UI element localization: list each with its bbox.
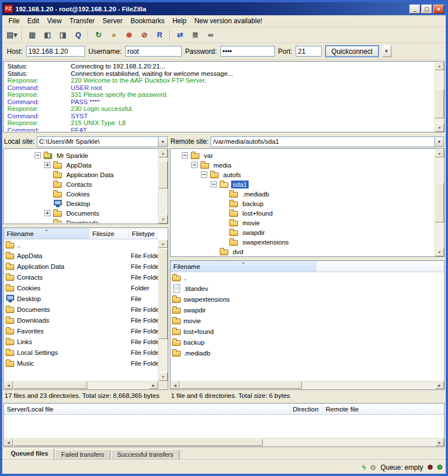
file-row[interactable]: Contacts File Folder — [4, 272, 158, 282]
scroll-thumb[interactable] — [14, 381, 87, 389]
queue-tab[interactable]: Failed transfers — [55, 449, 110, 460]
quickconnect-button[interactable]: Quickconnect — [325, 45, 379, 57]
column-header-filetype[interactable]: Filetype — [129, 228, 158, 239]
file-row[interactable]: lost+found — [170, 326, 444, 337]
file-row[interactable]: swapdir — [170, 305, 444, 315]
column-header-filename[interactable]: Filename — [170, 261, 317, 272]
menu-edit[interactable]: Edit — [23, 16, 43, 26]
file-row[interactable]: backup — [170, 337, 444, 348]
scroll-left-icon[interactable] — [170, 381, 180, 389]
chevron-down-icon[interactable]: ▼ — [434, 137, 443, 147]
remote-site-combobox[interactable]: /var/media/autofs/sda1 ▼ — [211, 136, 444, 147]
tree-item[interactable]: Desktop — [5, 199, 157, 208]
scroll-down-icon[interactable] — [159, 215, 168, 224]
tree-item[interactable]: autofs — [171, 170, 434, 179]
tree-expander[interactable] — [191, 162, 198, 168]
column-header-filesize[interactable]: Filesize — [89, 228, 129, 239]
file-row[interactable]: .titandev — [170, 283, 444, 294]
file-row[interactable]: .mediadb — [170, 348, 444, 358]
port-input[interactable] — [296, 46, 322, 57]
scroll-right-icon[interactable] — [435, 439, 444, 446]
tree-item[interactable]: sda1 — [171, 179, 434, 189]
remote-tree-vertical-scrollbar[interactable] — [434, 149, 444, 256]
scroll-up-icon[interactable] — [435, 149, 444, 157]
file-row[interactable]: .. — [4, 239, 158, 250]
process-queue-button[interactable]: » — [106, 28, 121, 41]
tree-expander[interactable] — [35, 152, 41, 158]
cancel-button[interactable]: ⊗ — [122, 28, 136, 41]
disconnect-button[interactable]: ⊘ — [137, 28, 152, 41]
file-row[interactable]: Music File Folder — [4, 358, 158, 368]
scroll-left-icon[interactable] — [4, 381, 13, 389]
scroll-right-icon[interactable] — [149, 381, 158, 389]
local-site-combobox[interactable]: C:\Users\Mr Sparkle\ ▼ — [37, 136, 168, 147]
tree-item[interactable]: Cookies — [5, 189, 157, 199]
scroll-thumb[interactable] — [435, 183, 444, 222]
tree-item[interactable]: backup — [171, 199, 434, 208]
tree-expander[interactable] — [182, 152, 188, 158]
remote-list-horizontal-scrollbar[interactable] — [170, 381, 444, 389]
file-row[interactable]: Links File Folder — [4, 336, 158, 347]
scroll-thumb[interactable] — [159, 248, 168, 339]
local-site-path[interactable]: C:\Users\Mr Sparkle\ — [37, 138, 158, 145]
password-input[interactable] — [220, 46, 275, 57]
queue-tab[interactable]: Queued files — [5, 448, 54, 460]
tree-item[interactable]: dvd — [171, 247, 434, 256]
find-button[interactable]: ∞ — [203, 28, 218, 41]
maximize-button[interactable]: □ — [421, 5, 432, 14]
quickconnect-dropdown-icon[interactable]: ▼ — [382, 45, 391, 57]
menu-bookmarks[interactable]: Bookmarks — [126, 16, 168, 26]
scroll-thumb[interactable] — [180, 381, 302, 389]
file-row[interactable]: Favorites File Folder — [4, 325, 158, 336]
menu-server[interactable]: Server — [99, 16, 126, 26]
column-header-direction[interactable]: Direction — [290, 404, 323, 414]
tree-item[interactable]: var — [171, 151, 434, 160]
synchronized-browsing-button[interactable]: ≣ — [188, 28, 203, 41]
scroll-left-icon[interactable] — [4, 439, 13, 446]
chevron-down-icon[interactable]: ▼ — [158, 137, 167, 147]
host-input[interactable] — [26, 46, 85, 57]
refresh-button[interactable]: ↻ — [91, 28, 106, 41]
menu-help[interactable]: Help — [168, 16, 190, 26]
queue-horizontal-scrollbar[interactable] — [4, 438, 444, 447]
menu-new-version[interactable]: New version available! — [190, 16, 266, 26]
local-tree-vertical-scrollbar[interactable] — [158, 149, 168, 224]
local-list-vertical-scrollbar[interactable] — [158, 239, 168, 381]
scroll-right-icon[interactable] — [435, 381, 444, 389]
tree-expander[interactable] — [44, 210, 50, 216]
toggle-queue-button[interactable]: Q — [71, 28, 86, 41]
column-header-server-local-file[interactable]: Server/Local file — [4, 404, 290, 414]
toggle-local-tree-button[interactable]: ◧ — [40, 28, 55, 41]
menu-file[interactable]: File — [5, 16, 23, 26]
file-row[interactable]: Cookies Folder — [4, 282, 158, 293]
scroll-down-icon[interactable] — [435, 123, 444, 132]
file-row[interactable]: swapextensions — [170, 294, 444, 305]
file-row[interactable]: movie — [170, 315, 444, 326]
queue-tab[interactable]: Successful transfers — [111, 449, 180, 460]
minimize-button[interactable]: _ — [409, 5, 420, 14]
toggle-message-log-button[interactable]: ▥ — [25, 28, 40, 41]
scroll-up-icon[interactable] — [159, 239, 168, 248]
site-manager-button[interactable]: ▤▾ — [5, 28, 19, 41]
file-row[interactable]: Documents File Folder — [4, 304, 158, 315]
menu-transfer[interactable]: Transfer — [66, 16, 99, 26]
local-list-horizontal-scrollbar[interactable] — [4, 381, 158, 389]
scroll-thumb[interactable] — [14, 439, 263, 446]
file-row[interactable]: Application Data File Folder — [4, 261, 158, 272]
tree-expander[interactable] — [201, 171, 207, 178]
tree-item[interactable]: swapextensions — [171, 237, 434, 247]
tree-item[interactable]: movie — [171, 218, 434, 228]
file-row[interactable]: Downloads File Folder — [4, 315, 158, 325]
tree-item[interactable]: Contacts — [5, 179, 157, 189]
scroll-up-icon[interactable] — [435, 62, 444, 70]
column-header-remote-file[interactable]: Remote file — [323, 404, 444, 414]
tree-item[interactable]: Mr Sparkle — [5, 151, 157, 160]
scroll-thumb[interactable] — [159, 161, 168, 188]
tree-item[interactable]: media — [171, 160, 434, 170]
tree-item[interactable]: AppData — [5, 160, 157, 170]
tree-expander[interactable] — [44, 162, 50, 168]
file-row[interactable]: Desktop File — [4, 293, 158, 304]
tree-item[interactable]: Application Data — [5, 170, 157, 179]
column-header-filename[interactable]: Filename — [4, 228, 89, 239]
tree-item[interactable]: Documents — [5, 208, 157, 218]
